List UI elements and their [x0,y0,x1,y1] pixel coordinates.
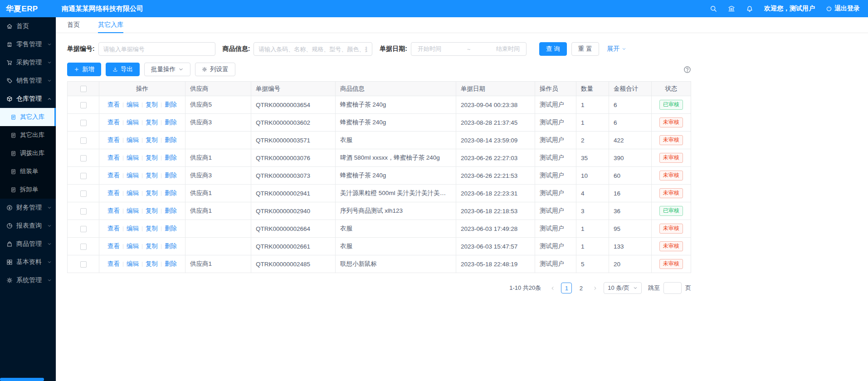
row-copy-link[interactable]: 复制 [146,190,158,196]
row-checkbox[interactable] [80,173,87,179]
question-icon[interactable] [683,66,691,73]
row-edit-link[interactable]: 编辑 [127,190,139,196]
sidebar-item-1[interactable]: 零售管理 [0,35,56,54]
welcome-text: 欢迎您，测试用户 [764,5,815,13]
search-icon[interactable] [710,5,717,12]
sidebar-item-6[interactable]: 报表查询 [0,217,56,235]
row-checkbox[interactable] [80,137,87,144]
row-delete-link[interactable]: 删除 [165,207,177,214]
tab-home[interactable]: 首页 [67,17,80,33]
page-button-2[interactable]: 2 [575,283,586,293]
sidebar-scroll-thumb[interactable] [0,378,44,381]
row-copy-link[interactable]: 复制 [146,101,158,108]
row-view-link[interactable]: 查看 [107,101,120,108]
sidebar-item-0[interactable]: 首页 [0,17,56,35]
row-copy-link[interactable]: 复制 [146,154,158,161]
row-delete-link[interactable]: 删除 [165,119,177,126]
row-delete-link[interactable]: 删除 [165,172,177,179]
row-copy-link[interactable]: 复制 [146,119,158,126]
row-delete-link[interactable]: 删除 [165,260,177,267]
row-view-link[interactable]: 查看 [107,119,120,126]
row-checkbox[interactable] [80,208,87,215]
row-checkbox[interactable] [80,261,87,268]
product-info-input[interactable] [254,42,372,56]
sidebar-item-8[interactable]: 基本资料 [0,253,56,271]
table-row: 查看编辑复制删除供应商1QTRK00000002940序列号商品测试 xlh12… [68,202,691,220]
bell-icon[interactable] [746,5,753,12]
row-copy-link[interactable]: 复制 [146,172,158,179]
sidebar-item-3[interactable]: 销售管理 [0,72,56,90]
row-view-link[interactable]: 查看 [107,260,120,267]
row-delete-link[interactable]: 删除 [165,137,177,143]
row-copy-link[interactable]: 复制 [146,243,158,249]
row-copy-link[interactable]: 复制 [146,137,158,143]
row-checkbox[interactable] [80,190,87,197]
row-delete-link[interactable]: 删除 [165,101,177,108]
retail-icon [6,41,13,48]
row-delete-link[interactable]: 删除 [165,225,177,232]
row-view-link[interactable]: 查看 [107,172,120,179]
prev-page-button[interactable] [547,283,557,293]
row-view-link[interactable]: 查看 [107,190,120,196]
sidebar-subitem-4-0[interactable]: 其它入库 [0,108,56,126]
row-view-link[interactable]: 查看 [107,243,120,249]
row-edit-link[interactable]: 编辑 [127,243,139,249]
action-divider [142,226,142,231]
sidebar-subitem-4-2[interactable]: 调拨出库 [0,144,56,162]
chevron-down-icon [178,67,184,72]
doc-no-input[interactable] [98,42,215,56]
reset-button[interactable]: 重 置 [571,42,599,56]
select-all-checkbox[interactable] [80,86,87,92]
sidebar-subitem-4-3[interactable]: 组装单 [0,162,56,181]
search-button[interactable]: 查 询 [539,42,567,56]
row-edit-link[interactable]: 编辑 [127,207,139,214]
add-button[interactable]: 新增 [67,63,101,76]
export-button[interactable]: 导出 [106,63,140,76]
row-checkbox[interactable] [80,244,87,250]
row-copy-link[interactable]: 复制 [146,225,158,232]
row-checkbox[interactable] [80,102,87,108]
row-edit-link[interactable]: 编辑 [127,172,139,179]
column-settings-button[interactable]: 列设置 [195,63,235,76]
row-view-link[interactable]: 查看 [107,207,120,214]
row-edit-link[interactable]: 编辑 [127,260,139,267]
date-range-picker[interactable]: 开始时间 ~ 结束时间 [411,42,527,56]
expand-link[interactable]: 展开 [607,45,626,53]
logout-button[interactable]: 退出登录 [826,5,860,13]
row-checkbox[interactable] [80,120,87,126]
row-view-link[interactable]: 查看 [107,225,120,232]
row-delete-link[interactable]: 删除 [165,154,177,161]
sidebar-subitem-4-4[interactable]: 拆卸单 [0,181,56,199]
sidebar-item-9[interactable]: 系统管理 [0,271,56,289]
sidebar-item-7[interactable]: 商品管理 [0,235,56,253]
page-button-1[interactable]: 1 [561,283,572,293]
row-edit-link[interactable]: 编辑 [127,154,139,161]
row-edit-link[interactable]: 编辑 [127,225,139,232]
sidebar-item-5[interactable]: 财务管理 [0,199,56,217]
row-checkbox[interactable] [80,226,87,232]
date-cell: 2023-05-18 22:48:19 [456,255,535,273]
sidebar-item-4[interactable]: 仓库管理 [0,90,56,108]
action-divider [161,138,161,143]
row-edit-link[interactable]: 编辑 [127,137,139,143]
row-view-link[interactable]: 查看 [107,137,120,143]
jump-to-input[interactable] [663,282,682,294]
page-size-select[interactable]: 10 条/页 [604,282,642,294]
row-checkbox[interactable] [80,155,87,161]
row-delete-link[interactable]: 删除 [165,243,177,249]
row-edit-link[interactable]: 编辑 [127,101,139,108]
row-copy-link[interactable]: 复制 [146,207,158,214]
row-copy-link[interactable]: 复制 [146,260,158,267]
row-view-link[interactable]: 查看 [107,154,120,161]
batch-operations-button[interactable]: 批量操作 [144,63,190,76]
system-icon [6,277,13,283]
topbar-actions: 欢迎您，测试用户 退出登录 [710,5,868,13]
row-edit-link[interactable]: 编辑 [127,119,139,126]
sidebar-subitem-4-1[interactable]: 其它出库 [0,126,56,144]
sidebar-item-2[interactable]: 采购管理 [0,54,56,72]
app-logo[interactable]: 华夏ERP [0,4,56,14]
next-page-button[interactable] [590,283,600,293]
tab-other-inbound[interactable]: 其它入库 [98,17,123,33]
bank-icon[interactable] [728,5,735,12]
row-delete-link[interactable]: 删除 [165,190,177,196]
